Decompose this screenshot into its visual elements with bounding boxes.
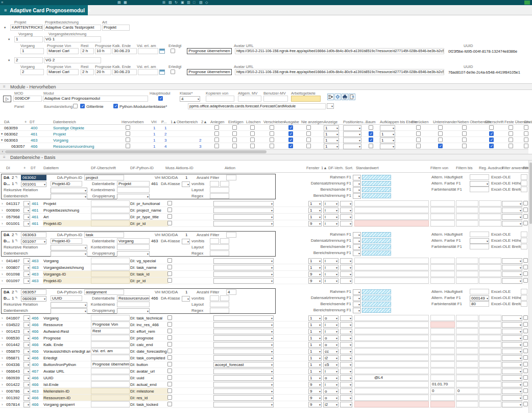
format-select[interactable] bbox=[353, 193, 361, 199]
toolbar-icon-4[interactable]: ⊞ bbox=[162, 1, 165, 5]
muss-checkbox[interactable] bbox=[167, 382, 172, 386]
filtern-von-field[interactable] bbox=[430, 200, 455, 206]
aktion-select[interactable] bbox=[213, 349, 274, 354]
di-dropdown[interactable] bbox=[23, 258, 30, 264]
reg-ausdruck-field[interactable] bbox=[479, 368, 501, 374]
filtern-von-field[interactable] bbox=[430, 401, 455, 407]
di-dropdown[interactable] bbox=[23, 355, 30, 361]
ausgabe-checkbox[interactable] bbox=[288, 137, 293, 142]
dt-value[interactable]: 466 bbox=[32, 402, 38, 407]
format-select[interactable] bbox=[353, 308, 361, 313]
aktion-select[interactable] bbox=[213, 402, 274, 407]
dt-value[interactable]: 466 bbox=[32, 376, 38, 380]
reg-ausdruck-field[interactable] bbox=[479, 207, 501, 213]
format-preview-field[interactable] bbox=[362, 175, 391, 180]
format-preview-field[interactable] bbox=[362, 187, 391, 192]
row-expand-icon[interactable]: › bbox=[2, 369, 3, 374]
filter-deaktiviert-checkbox[interactable] bbox=[523, 258, 528, 263]
filtern-bis-field[interactable] bbox=[456, 335, 478, 341]
filter-anwenden-select[interactable] bbox=[502, 402, 522, 407]
excel-field[interactable] bbox=[521, 295, 527, 301]
filter-deaktiviert-checkbox[interactable] bbox=[523, 221, 528, 225]
muss-checkbox[interactable] bbox=[167, 369, 172, 373]
dt-value[interactable]: 463 bbox=[32, 389, 38, 394]
dt-value[interactable]: 461 bbox=[32, 215, 38, 219]
di-dropdown[interactable] bbox=[23, 349, 30, 354]
einruecken-checkbox[interactable] bbox=[416, 144, 421, 148]
export-icon[interactable] bbox=[349, 94, 355, 100]
df-verhalten-select[interactable]: o bbox=[323, 395, 338, 401]
reg-ausdruck-field[interactable] bbox=[479, 271, 501, 277]
filter-anwenden-select[interactable] bbox=[502, 221, 522, 226]
data-section-header[interactable]: ≡ Datenbereiche - Basis bbox=[0, 154, 532, 160]
aktion-select[interactable] bbox=[213, 375, 274, 381]
df-ueberschrift-field[interactable]: Vsl. erl. am bbox=[91, 348, 130, 354]
sortierung-select[interactable] bbox=[340, 375, 352, 381]
filtern-bis-field[interactable] bbox=[456, 348, 478, 354]
fenster-select[interactable]: 1 bbox=[308, 329, 322, 334]
standardwert-field[interactable] bbox=[354, 368, 429, 374]
format-preview-field[interactable] bbox=[362, 295, 391, 301]
filtern-von-field[interactable] bbox=[430, 355, 455, 361]
filter-anwenden-select[interactable] bbox=[502, 214, 522, 220]
format-select[interactable] bbox=[353, 187, 361, 193]
alt-farbe-select[interactable]: 000149 bbox=[470, 295, 489, 301]
list-play-icon[interactable] bbox=[327, 94, 334, 100]
df-verhalten-select[interactable]: i bbox=[323, 369, 338, 374]
scrollbar-thumb[interactable] bbox=[529, 163, 532, 224]
df-ueberschrift-field[interactable]: Rest bbox=[91, 328, 130, 334]
di-dropdown[interactable] bbox=[23, 335, 30, 341]
neben-oberbereich-checkbox[interactable] bbox=[462, 144, 467, 148]
expander-icon[interactable]: ▾ bbox=[8, 58, 10, 62]
filter-anwenden-select[interactable] bbox=[502, 382, 522, 387]
benutzer-mv-field[interactable] bbox=[263, 96, 288, 102]
aufklappen-select[interactable] bbox=[380, 144, 395, 149]
standardwert-field[interactable] bbox=[354, 220, 429, 226]
hauptmodul-checkbox[interactable] bbox=[158, 96, 163, 101]
standardwert-field[interactable] bbox=[354, 258, 429, 264]
filter-deaktiviert-checkbox[interactable] bbox=[523, 214, 528, 219]
neben-oberbereich-checkbox[interactable] bbox=[462, 125, 467, 130]
filter-anwenden-select[interactable] bbox=[502, 388, 522, 394]
filter-deaktiviert-checkbox[interactable] bbox=[523, 322, 528, 327]
muss-checkbox[interactable] bbox=[167, 278, 172, 283]
vsl-erl-am-cell[interactable] bbox=[138, 69, 158, 75]
arbeitsgebiete-field[interactable] bbox=[291, 96, 321, 102]
alt-field[interactable] bbox=[470, 187, 489, 192]
df-verhalten-select[interactable]: i bbox=[323, 322, 338, 328]
untereinander-checkbox[interactable] bbox=[438, 131, 443, 136]
aktion-select[interactable] bbox=[213, 342, 274, 348]
df-ueberschrift-field[interactable] bbox=[91, 381, 130, 387]
fenster-select[interactable]: 9 bbox=[308, 382, 322, 387]
filtern-bis-field[interactable] bbox=[456, 258, 478, 264]
row-expand-icon[interactable]: › bbox=[2, 376, 3, 380]
fenster-select[interactable]: 1 bbox=[308, 342, 322, 348]
format-preview-field[interactable] bbox=[362, 232, 391, 237]
toolbar-icon-9[interactable]: □ bbox=[193, 1, 195, 5]
df-verhalten-select[interactable]: i bbox=[323, 382, 338, 387]
aktion-select[interactable] bbox=[213, 322, 274, 328]
standardwert-field[interactable] bbox=[354, 200, 429, 206]
aktion-select[interactable] bbox=[213, 329, 274, 334]
filtern-von-field[interactable] bbox=[430, 348, 455, 354]
vertical-scrollbar[interactable] bbox=[528, 160, 532, 413]
loeschen-checkbox[interactable] bbox=[250, 144, 255, 148]
dt-value[interactable]: 466 bbox=[32, 396, 38, 400]
toolbar-icon-8[interactable]: ▥ bbox=[187, 1, 190, 5]
excel-field[interactable] bbox=[521, 301, 527, 307]
sortierung-select[interactable] bbox=[340, 388, 352, 394]
reg-ausdruck-field[interactable] bbox=[479, 264, 501, 270]
feste-ueberschrift-checkbox[interactable] bbox=[509, 137, 513, 142]
df-ueberschrift-field[interactable] bbox=[91, 395, 130, 401]
row-expand-icon[interactable]: › bbox=[2, 329, 3, 334]
einruecken-checkbox[interactable] bbox=[416, 131, 421, 136]
filter-deaktiviert-checkbox[interactable] bbox=[523, 395, 528, 400]
filtern-bis-field[interactable] bbox=[456, 328, 478, 334]
filtern-bis-field[interactable] bbox=[456, 207, 478, 213]
reg-ausdruck-field[interactable] bbox=[479, 214, 501, 220]
row-expand-icon[interactable]: › bbox=[2, 221, 3, 226]
format-preview-field[interactable] bbox=[362, 193, 391, 198]
datenbereich-link[interactable]: Vorgang bbox=[53, 138, 68, 143]
reg-ausdruck-field[interactable] bbox=[479, 335, 501, 341]
anlegen-checkbox[interactable] bbox=[214, 131, 219, 136]
